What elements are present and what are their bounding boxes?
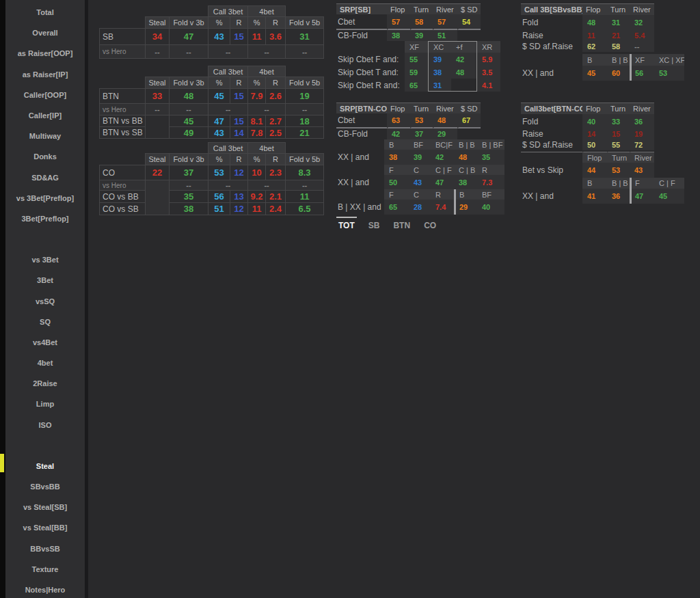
sidebar-item-limp[interactable]: Limp: [5, 394, 85, 414]
sidebar-item-as-raiser-ip[interactable]: as Raiser[IP]: [5, 64, 85, 85]
steal-table-btn: Call 3bet 4bet Steal Fold v 3b % R % R F…: [99, 66, 324, 139]
stat-value: 2.3: [266, 165, 286, 180]
stat-value: 40: [582, 114, 607, 128]
stat-value: 55: [607, 139, 630, 150]
col-header: Flop: [387, 103, 410, 113]
row-label: CO vs SB: [100, 203, 146, 215]
stat-value: 35: [477, 150, 504, 165]
col-header: R: [230, 17, 248, 29]
sidebar-item-vssq[interactable]: vsSQ: [5, 290, 85, 311]
stat-value: 65: [405, 79, 429, 92]
col-header: Fold v 3b: [170, 77, 208, 89]
sidebar-item-sq[interactable]: SQ: [5, 312, 85, 332]
sidebar-item-vs4bet[interactable]: vs4Bet: [5, 332, 85, 353]
stat-value: 14: [582, 128, 607, 139]
sidebar-item-bbvssb[interactable]: BBvsSB: [5, 539, 85, 559]
srp-sb-skip-table: XF XC +f XR Skip Cbet F and: 55 39 42 5.…: [336, 41, 500, 92]
stat-value: 36: [630, 114, 654, 128]
row-label: Fold: [521, 15, 582, 30]
sidebar-item-3bet-preflop[interactable]: 3Bet[Preflop]: [5, 208, 85, 229]
sidebar-item-notes-hero[interactable]: Notes|Hero: [5, 580, 85, 598]
sidebar-item-iso[interactable]: ISO: [5, 415, 85, 435]
group-header-4bet: 4bet: [248, 6, 286, 17]
row-label: CO vs BB: [100, 191, 146, 203]
col-header: Turn: [607, 103, 630, 114]
stat-value: 15: [230, 89, 248, 104]
stat-value: 2.4: [266, 203, 286, 215]
stat-value: --: [170, 45, 208, 59]
sidebar-item-vs-3bet-preflop[interactable]: vs 3Bet[Preflop]: [5, 188, 85, 208]
stat-value: 21: [286, 127, 324, 139]
sidebar-item-2raise[interactable]: 2Raise: [5, 373, 85, 394]
sidebar-item-texture[interactable]: Texture: [5, 559, 85, 580]
sidebar-item-donks[interactable]: Donks: [5, 146, 85, 167]
col-header: River: [433, 3, 457, 14]
stat-value: 15: [230, 29, 248, 45]
col-header: +f: [451, 41, 477, 53]
col-header: B: [454, 189, 477, 200]
tab-sb[interactable]: SB: [366, 217, 382, 232]
col-header: $ SD: [457, 3, 481, 14]
row-label: Fold: [521, 114, 582, 128]
active-item-marker: [0, 454, 4, 472]
row-label: vs Hero: [100, 45, 146, 59]
tab-tot[interactable]: TOT: [336, 217, 357, 232]
sidebar-item-caller-oop[interactable]: Caller[OOP]: [5, 85, 85, 105]
sidebar-item-3bet[interactable]: 3Bet: [5, 270, 85, 290]
col-header: B | B: [607, 54, 630, 66]
sidebar-gap: [5, 435, 85, 456]
row-label: Skip Cbet F and:: [336, 53, 405, 66]
sidebar-item-multiway[interactable]: Multiway: [5, 126, 85, 146]
stat-value: 59: [405, 66, 429, 79]
sidebar-item-vs-steal-bb[interactable]: vs Steal[BB]: [5, 517, 85, 538]
stat-value: --: [146, 45, 170, 59]
col-header: XC: [429, 41, 451, 53]
stat-value: 56: [208, 191, 230, 203]
sidebar-item-steal[interactable]: Steal: [5, 456, 85, 476]
sidebar-item-vs-steal-sb[interactable]: vs Steal[SB]: [5, 497, 85, 517]
sidebar-item-sbvsbb[interactable]: SBvsBB: [5, 476, 85, 497]
sidebar-item-as-raiser-oop[interactable]: as Raiser[OOP]: [5, 43, 85, 64]
srp-btnco-table: SRP[BTN-CO] Flop Turn River $ SD Cbet 63…: [336, 103, 481, 139]
stat-value: --: [630, 41, 654, 52]
stat-value: 50: [384, 175, 409, 189]
col-header: %: [208, 77, 230, 89]
stat-value: 2.1: [266, 191, 286, 203]
group-header-call3bet: Call 3bet: [208, 66, 248, 77]
stat-value: 11: [286, 191, 324, 203]
row-label: CB-Fold: [336, 30, 387, 41]
stat-value: 22: [146, 165, 170, 180]
table-title: Call 3B[SBvsBB]: [521, 3, 582, 15]
stat-value: 39: [409, 150, 431, 165]
col-header: C | B: [454, 165, 477, 175]
stat-value: 72: [630, 139, 654, 150]
tab-btn[interactable]: BTN: [391, 217, 412, 232]
stat-value: 8.3: [286, 165, 324, 180]
sidebar-item-caller-ip[interactable]: Caller[IP]: [5, 105, 85, 126]
tab-co[interactable]: CO: [422, 217, 438, 232]
row-label: Skip Cbet T and:: [336, 66, 405, 79]
stat-value: 53: [607, 163, 630, 178]
row-label: CB-Fold: [336, 128, 387, 139]
table-title: SRP[BTN-CO]: [336, 103, 387, 113]
col-header: Flop: [582, 152, 607, 163]
stat-value: 48: [170, 89, 208, 104]
stat-value: 14: [230, 127, 248, 139]
stat-value: 13: [230, 191, 248, 203]
sidebar-item-total[interactable]: Total: [5, 2, 85, 23]
stat-value: 54: [457, 14, 481, 30]
col-header: %: [248, 77, 266, 89]
stat-value: 43: [208, 127, 230, 139]
stat-value: 42: [451, 53, 477, 66]
sidebar-item-sd-ag[interactable]: SD&AG: [5, 167, 85, 188]
col-header: R: [266, 17, 286, 29]
stat-value: 31: [429, 79, 451, 92]
stat-value: 12: [230, 203, 248, 215]
sidebar-item-overall[interactable]: Overall: [5, 23, 85, 43]
col-header: Flop: [582, 103, 607, 114]
steal-table-sb: Call 3bet 4bet Steal Fold v 3b % R % R F…: [99, 5, 324, 59]
stat-value: 35: [170, 191, 208, 203]
sidebar-item-4bet[interactable]: 4bet: [5, 353, 85, 373]
stat-value: 47: [630, 189, 654, 204]
sidebar-item-vs-3bet[interactable]: vs 3Bet: [5, 249, 85, 270]
